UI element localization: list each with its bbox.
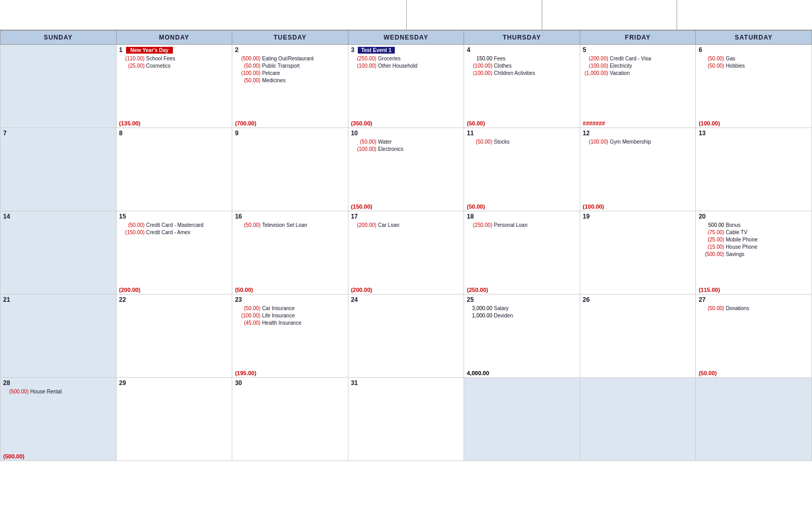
entry-desc: Salary: [494, 305, 508, 312]
entry-desc: Bonus: [726, 222, 740, 228]
entry: (100.00)Petcare: [233, 70, 347, 76]
day-number: 15: [118, 212, 128, 221]
entry-desc: Car Loan: [378, 222, 399, 228]
cell-total: (50.00): [697, 370, 810, 376]
day-number: 17: [349, 212, 359, 221]
entry-desc: Savings: [726, 251, 744, 258]
entry: 3,000.00Salary: [465, 305, 579, 312]
entry: (200.00)Car Loan: [349, 222, 463, 228]
day-number: 28: [2, 379, 11, 387]
entry: (200.00)Credit Card - Visa: [581, 55, 695, 62]
cal-cell-19: 19: [580, 211, 696, 295]
cal-cell-empty: [696, 378, 812, 461]
entry-amount: (50.00): [697, 305, 726, 312]
entry-amount: 3,000.00: [465, 305, 494, 312]
entry: (100.00)Children Activities: [465, 70, 579, 76]
entry-desc: Health Insurance: [262, 319, 302, 326]
entry-amount: (250.00): [349, 55, 378, 62]
cell-total: (100.00): [581, 203, 695, 210]
entry: (50.00)Credit Card - Mastercard: [118, 222, 231, 228]
day-number: 21: [2, 296, 11, 304]
entry: (50.00)Donations: [697, 305, 810, 312]
entry-desc: Other Household: [378, 62, 418, 69]
balance-stat: [677, 0, 812, 30]
day-number: 31: [349, 379, 359, 387]
entry-amount: 1,000.00: [465, 312, 494, 319]
entry-amount: (25.00): [118, 62, 146, 69]
entry: (250.00)Groceries: [349, 55, 463, 62]
cal-cell-21: 21: [1, 295, 117, 378]
day-number: 1: [118, 46, 124, 54]
cell-total: (150.00): [349, 203, 463, 210]
entry: (500.00)Eating Out/Restaurant: [233, 55, 347, 62]
entry-desc: House Rental: [30, 388, 62, 395]
cal-cell-28: 28(500.00)House Rental(500.00): [1, 378, 117, 461]
entry-amount: (100.00): [465, 70, 494, 76]
entry-desc: Gym Membership: [610, 138, 651, 145]
day-number: 23: [233, 296, 243, 304]
entry-amount: (100.00): [465, 62, 494, 69]
day-number: 3: [349, 46, 356, 54]
entry-desc: Public Transport: [262, 62, 299, 69]
cell-total: (50.00): [465, 203, 579, 210]
entry-amount: (100.00): [581, 62, 610, 69]
day-number: 10: [349, 129, 359, 137]
cal-cell-5: 5(200.00)Credit Card - Visa(100.00)Elect…: [580, 45, 696, 128]
entry-amount: (50.00): [233, 222, 262, 228]
entry-desc: Electricity: [610, 62, 632, 69]
entry-amount: (15.00): [697, 244, 726, 250]
entry: (50.00)Car Insurance: [233, 305, 347, 312]
entry-amount: (50.00): [233, 77, 262, 84]
entry: (50.00)Hobbies: [697, 62, 810, 69]
entry: (100.00)Other Household: [349, 62, 463, 69]
week-row-1: 78910(50.00)Water(100.00)Electronics(150…: [1, 128, 812, 211]
day-number: 24: [349, 296, 359, 304]
cal-cell-20: 20500.00Bonus(75.00)Cable TV(25.00)Mobil…: [696, 211, 812, 295]
entry-desc: Cosmetics: [146, 62, 171, 69]
day-header-saturday: SATURDAY: [696, 31, 812, 45]
entry-desc: House Phone: [726, 244, 757, 250]
entry-amount: (50.00): [233, 305, 262, 312]
cal-cell-15: 15(50.00)Credit Card - Mastercard(150.00…: [116, 211, 232, 295]
entry-amount: (50.00): [697, 55, 726, 62]
cal-cell-2: 2(500.00)Eating Out/Restaurant(50.00)Pub…: [232, 45, 348, 128]
day-number: 22: [118, 296, 128, 304]
entry: (100.00)Electronics: [349, 146, 463, 152]
entry-amount: 150.00: [465, 55, 494, 62]
day-number: 25: [465, 296, 475, 304]
entry-desc: Hobbies: [726, 62, 745, 69]
entry-amount: (50.00): [465, 138, 494, 145]
week-row-4: 28(500.00)House Rental(500.00)293031: [1, 378, 812, 461]
day-number: 13: [697, 129, 707, 137]
day-number: 14: [2, 212, 11, 221]
week-row-0: 1New Year's Day(110.00)School Fees(25.00…: [1, 45, 812, 128]
cal-cell-empty: [580, 378, 696, 461]
day-header-thursday: THURSDAY: [464, 31, 580, 45]
cell-total: (200.00): [349, 287, 463, 293]
entry: (50.00)Public Transport: [233, 62, 347, 69]
day-number: 27: [697, 296, 707, 304]
entry-amount: (75.00): [697, 229, 726, 236]
day-number: 11: [465, 129, 475, 137]
cell-total: (350.00): [349, 120, 463, 126]
day-number: 8: [118, 129, 124, 137]
cal-cell-22: 22: [116, 295, 232, 378]
entry: (45.00)Health Insurance: [233, 319, 347, 326]
entry-desc: Children Activities: [494, 70, 535, 76]
entry: (100.00)Gym Membership: [581, 138, 695, 145]
cal-cell-26: 26: [580, 295, 696, 378]
entry: (100.00)Electricity: [581, 62, 695, 69]
day-number: 12: [581, 129, 591, 137]
calendar: SUNDAYMONDAYTUESDAYWEDNESDAYTHURSDAYFRID…: [0, 30, 812, 461]
entry-desc: Clothes: [494, 62, 511, 69]
entry-desc: Credit Card - Amex: [146, 229, 191, 236]
day-number: 2: [233, 46, 240, 54]
cal-cell-27: 27(50.00)Donations(50.00): [696, 295, 812, 378]
cal-cell-4: 4150.00Fees(100.00)Clothes(100.00)Childr…: [464, 45, 580, 128]
header-stats: [406, 0, 812, 30]
cal-cell-14: 14: [1, 211, 117, 295]
cal-cell-23: 23(50.00)Car Insurance(100.00)Life Insur…: [232, 295, 348, 378]
cal-cell-17: 17(200.00)Car Loan(200.00): [348, 211, 464, 295]
entry-desc: Gas: [726, 55, 735, 62]
entry-desc: Credit Card - Mastercard: [146, 222, 204, 228]
